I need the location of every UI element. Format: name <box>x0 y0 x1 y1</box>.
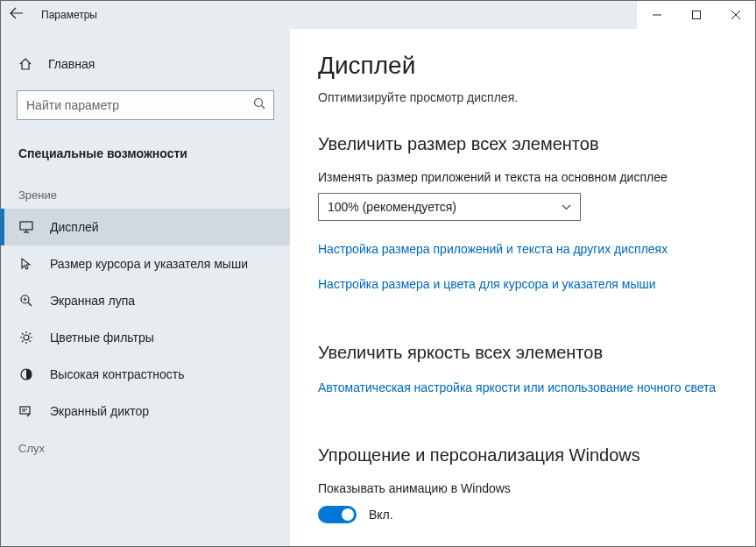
nav-label: Дисплей <box>50 220 99 234</box>
svg-point-13 <box>24 335 29 340</box>
nav-item-high-contrast[interactable]: Высокая контрастность <box>1 356 290 393</box>
nav-item-color-filters[interactable]: Цветные фильтры <box>1 319 290 356</box>
settings-window: Параметры Главная Специальные возмо <box>0 0 756 547</box>
window-controls <box>637 1 755 29</box>
home-icon <box>18 57 32 71</box>
svg-line-21 <box>30 333 32 335</box>
page-subtitle: Оптимизируйте просмотр дисплея. <box>318 90 727 104</box>
window-body: Главная Специальные возможности Зрение Д… <box>1 29 755 546</box>
link-night-light[interactable]: Автоматическая настройка яркости или исп… <box>318 379 727 396</box>
link-scale-other-displays[interactable]: Настройка размера приложений и текста на… <box>318 240 727 258</box>
animations-toggle-row: Вкл. <box>318 506 727 523</box>
section-scale-heading: Увеличить размер всех элементов <box>318 134 727 154</box>
contrast-icon <box>18 366 34 382</box>
brightness-icon <box>18 330 34 345</box>
animations-label: Показывать анимацию в Windows <box>318 481 727 495</box>
nav-label: Экранный диктор <box>50 404 149 418</box>
section-simplify-heading: Упрощение и персонализация Windows <box>318 445 727 465</box>
monitor-icon <box>18 219 34 235</box>
nav-label: Экранная лупа <box>50 294 135 308</box>
maximize-button[interactable] <box>676 1 716 29</box>
svg-line-10 <box>28 302 32 306</box>
page-title: Дисплей <box>318 52 727 80</box>
nav-label: Размер курсора и указателя мыши <box>50 257 248 271</box>
section-brightness-heading: Увеличить яркость всех элементов <box>318 343 727 363</box>
scale-dropdown[interactable]: 100% (рекомендуется) <box>318 193 581 221</box>
titlebar: Параметры <box>1 1 755 29</box>
link-cursor-settings[interactable]: Настройка размера и цвета для курсора и … <box>318 275 727 293</box>
back-button[interactable] <box>10 7 24 23</box>
group-hearing: Слух <box>1 430 290 462</box>
search-icon <box>253 97 265 112</box>
nav-label: Цветные фильтры <box>50 330 154 345</box>
nav-item-magnifier[interactable]: Экранная лупа <box>1 282 290 319</box>
narrator-icon <box>18 403 34 419</box>
chevron-down-icon <box>562 202 571 212</box>
cursor-icon <box>18 256 34 272</box>
svg-rect-6 <box>20 222 32 230</box>
window-title: Параметры <box>41 9 97 21</box>
svg-rect-1 <box>692 11 700 19</box>
svg-point-4 <box>255 99 263 107</box>
svg-line-20 <box>22 341 24 343</box>
dropdown-value: 100% (рекомендуется) <box>328 200 456 214</box>
svg-line-5 <box>262 106 265 110</box>
magnifier-icon <box>18 293 34 309</box>
home-nav[interactable]: Главная <box>1 48 290 80</box>
search-input[interactable] <box>17 90 274 120</box>
toggle-state-label: Вкл. <box>369 508 393 522</box>
nav-label: Высокая контрастность <box>50 367 184 381</box>
nav-item-display[interactable]: Дисплей <box>1 209 290 245</box>
minimize-button[interactable] <box>637 1 676 29</box>
close-button[interactable] <box>716 1 755 29</box>
animations-toggle[interactable] <box>318 506 357 523</box>
nav-item-cursor[interactable]: Размер курсора и указателя мыши <box>1 245 290 282</box>
content-pane: Дисплей Оптимизируйте просмотр дисплея. … <box>290 29 755 546</box>
home-label: Главная <box>48 57 95 71</box>
svg-line-19 <box>30 341 32 343</box>
category-title: Специальные возможности <box>1 138 290 176</box>
sidebar: Главная Специальные возможности Зрение Д… <box>1 29 290 546</box>
group-vision: Зрение <box>1 176 290 209</box>
scale-label: Изменять размер приложений и текста на о… <box>318 170 727 184</box>
search-container <box>17 90 274 120</box>
svg-line-18 <box>22 333 24 335</box>
nav-item-narrator[interactable]: Экранный диктор <box>1 393 290 430</box>
svg-rect-23 <box>20 407 30 414</box>
